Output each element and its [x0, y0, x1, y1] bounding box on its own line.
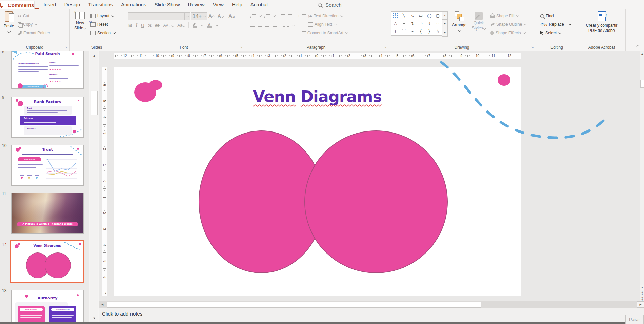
bold-button[interactable]: B: [128, 23, 132, 28]
strikethrough-button[interactable]: ab: [155, 23, 159, 28]
decrease-indent-icon[interactable]: [281, 14, 285, 18]
bullets-icon[interactable]: [252, 14, 256, 18]
text-shadow-button[interactable]: S: [148, 23, 151, 28]
font-dialog-launcher-icon[interactable]: [239, 45, 243, 49]
adobe-pdf-button[interactable]: Crear y compartir PDF de Adobe: [581, 11, 622, 33]
shape-gallery-item-8[interactable]: ↴: [408, 19, 417, 27]
vertical-scrollbar[interactable]: ▲ ▼ ∧∧ ∨∨: [640, 51, 644, 301]
replace-button[interactable]: ↺bc Replace: [540, 21, 571, 28]
menu-item-insert[interactable]: Insert: [39, 0, 60, 9]
next-slide-button[interactable]: ∨∨: [640, 297, 644, 301]
font-size-dropdown-icon[interactable]: [202, 13, 207, 20]
menu-item-design[interactable]: Design: [60, 0, 84, 9]
shape-gallery-item-1[interactable]: ╲: [400, 12, 408, 19]
align-text-button[interactable]: Align Text: [308, 21, 336, 28]
thumbnail-scroll-down-icon[interactable]: ▼: [90, 314, 98, 323]
quick-styles-button[interactable]: Quick Styles: [469, 11, 488, 31]
italic-button[interactable]: I: [136, 23, 137, 28]
grow-font-button[interactable]: A: [208, 13, 214, 19]
paragraph-dialog-launcher-icon[interactable]: [383, 45, 387, 49]
shape-gallery-item-16[interactable]: }: [425, 27, 434, 35]
cut-button[interactable]: ✂ Cut: [18, 12, 29, 20]
font-color-button[interactable]: A: [207, 23, 212, 28]
slide-canvas[interactable]: Venn Diagrams: [114, 67, 521, 296]
shape-gallery-item-7[interactable]: ⌐: [400, 19, 408, 27]
thumbnail-slide-9[interactable]: Rank Factors Trust Relevance Authority: [11, 97, 84, 138]
shrink-font-button[interactable]: A: [218, 13, 223, 19]
shape-outline-button[interactable]: Shape Outline: [490, 21, 526, 28]
thumbnail-slide-11[interactable]: A Picture Is Worth a Thousand Words: [11, 193, 84, 234]
recording-stop-button[interactable]: Parar: [625, 315, 644, 324]
shape-gallery-item-15[interactable]: {: [417, 27, 425, 35]
menu-item-transitions[interactable]: Transitions: [84, 0, 117, 9]
columns-icon[interactable]: [283, 24, 285, 27]
section-button[interactable]: Section: [90, 29, 115, 37]
shape-gallery-item-13[interactable]: ⌒: [400, 27, 408, 35]
shape-gallery-item-6[interactable]: △: [391, 19, 400, 27]
change-case-button[interactable]: Aa: [177, 23, 185, 28]
menu-item-acrobat[interactable]: Acrobat: [246, 0, 272, 9]
shape-effects-button[interactable]: Shape Effects: [490, 29, 525, 37]
thumbnail-scrollbar[interactable]: ▲ ▼: [90, 51, 98, 324]
format-painter-button[interactable]: Format Painter: [18, 29, 50, 37]
shape-gallery-item-17[interactable]: ☆: [434, 27, 442, 35]
thumbnail-scroll-up-icon[interactable]: ▲: [90, 51, 98, 60]
align-right-icon[interactable]: [265, 24, 269, 27]
arrange-button[interactable]: Arrange: [450, 11, 468, 33]
numbering-icon[interactable]: [266, 14, 270, 18]
copy-button[interactable]: Copy: [18, 21, 37, 28]
comments-button[interactable]: Comments: [0, 1, 35, 9]
shapes-gallery-scrollbar[interactable]: ▲ ▼ ▼: [442, 11, 448, 37]
scroll-down-icon[interactable]: ▼: [640, 285, 644, 290]
gallery-scroll-down-icon[interactable]: ▼: [442, 20, 448, 28]
shape-gallery-item-12[interactable]: ≀: [391, 27, 400, 35]
gallery-scroll-up-icon[interactable]: ▲: [442, 11, 448, 20]
shape-gallery-item-5[interactable]: ▢: [434, 12, 442, 19]
select-button[interactable]: Select: [540, 29, 561, 37]
menu-item-animations[interactable]: Animations: [117, 0, 150, 9]
notes-pane[interactable]: Click to add notes: [99, 308, 644, 323]
underline-button[interactable]: U: [141, 23, 144, 28]
shape-gallery-item-11[interactable]: ▱: [434, 19, 442, 27]
font-size-combobox[interactable]: 14+: [191, 12, 207, 20]
highlight-color-button[interactable]: [193, 23, 197, 28]
shape-gallery-item-0[interactable]: A: [391, 12, 400, 19]
vertical-scrollbar-thumb[interactable]: [640, 80, 644, 88]
scroll-right-icon[interactable]: ▶: [637, 301, 644, 308]
thumbnail-slide-13[interactable]: Authority Page Authority Domain Authorit…: [11, 290, 84, 324]
collapse-ribbon-chevron-icon[interactable]: [634, 43, 641, 49]
font-name-dropdown-icon[interactable]: [184, 13, 190, 20]
align-center-icon[interactable]: [258, 24, 262, 27]
thumbnail-scrollbar-thumb[interactable]: [91, 91, 98, 115]
drawing-dialog-launcher-icon[interactable]: [530, 45, 535, 49]
shape-fill-button[interactable]: Shape Fill: [490, 12, 519, 20]
thumbnail-slide-12-selected[interactable]: Venn Diagrams: [10, 240, 84, 283]
align-left-icon[interactable]: [250, 24, 255, 27]
font-name-combobox[interactable]: [128, 12, 190, 20]
clear-formatting-button[interactable]: A◢: [228, 13, 234, 19]
clipboard-dialog-launcher-icon[interactable]: [64, 45, 68, 49]
text-direction-button[interactable]: ↓A Text Direction: [308, 12, 343, 20]
previous-slide-button[interactable]: ∧∧: [640, 291, 644, 296]
new-slide-button[interactable]: New Slide: [72, 11, 88, 31]
shape-gallery-item-14[interactable]: ~: [408, 27, 417, 35]
slide-title-text[interactable]: Venn Diagrams: [114, 87, 521, 106]
line-spacing-icon[interactable]: ↕: [298, 14, 300, 18]
shape-gallery-item-10[interactable]: ⇓: [425, 19, 434, 27]
shape-gallery-item-2[interactable]: ↘: [408, 12, 417, 19]
thumbnail-slide-10[interactable]: Trust Trust Factor: [11, 145, 84, 186]
menu-item-help[interactable]: Help: [228, 0, 246, 9]
thumbnail-slide-8[interactable]: Paid Search Advertised Keywords SEO stra…: [11, 51, 84, 89]
paste-dropdown-icon[interactable]: [8, 30, 11, 33]
venn-circle-right[interactable]: [304, 130, 448, 273]
reset-button[interactable]: Reset: [90, 21, 108, 28]
shape-gallery-item-9[interactable]: ⇒: [417, 19, 425, 27]
paste-button[interactable]: Paste: [2, 11, 16, 34]
search-control[interactable]: Search: [318, 0, 342, 9]
character-spacing-button[interactable]: AV↔: [163, 23, 174, 28]
shape-gallery-item-3[interactable]: ▭: [417, 12, 425, 19]
horizontal-scrollbar[interactable]: ◀ ▶: [99, 301, 644, 308]
menu-item-slide-show[interactable]: Slide Show: [150, 0, 184, 9]
notes-placeholder[interactable]: Click to add notes: [102, 311, 142, 317]
replace-dropdown-icon[interactable]: [568, 23, 571, 25]
